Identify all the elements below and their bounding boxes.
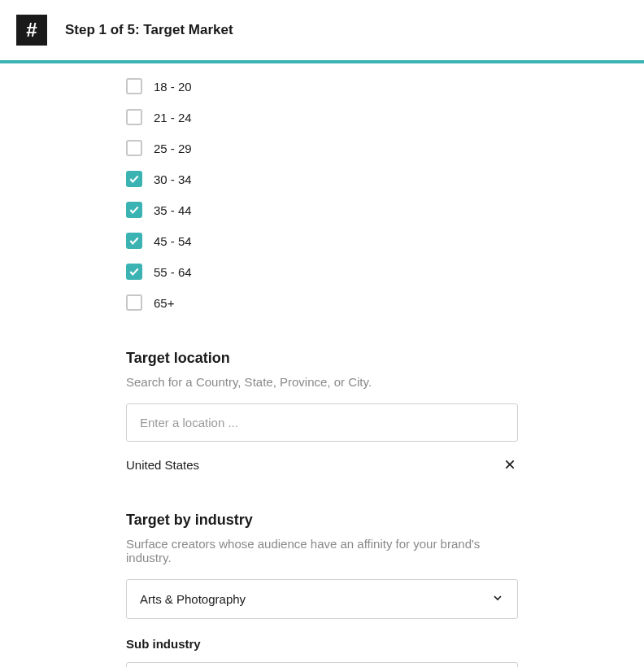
checkbox-label: 30 - 34: [154, 172, 192, 186]
industry-title: Target by industry: [126, 512, 518, 529]
checkbox-box[interactable]: [126, 140, 142, 156]
industry-subtitle: Surface creators whose audience have an …: [126, 537, 518, 565]
sub-industry-select-wrapper: Arts & Crafts, Stationary: [126, 662, 518, 667]
checkbox-label: 25 - 29: [154, 142, 192, 155]
location-section: Target location Search for a Country, St…: [126, 350, 518, 473]
checkbox-box[interactable]: [126, 233, 142, 249]
remove-location-button[interactable]: [502, 456, 518, 473]
location-chip: United States: [126, 456, 518, 473]
location-chip-label: United States: [126, 458, 199, 472]
chevron-down-icon: [491, 591, 504, 607]
checkbox-label: 35 - 44: [154, 203, 192, 217]
age-checkbox-item[interactable]: 55 - 64: [126, 264, 518, 280]
check-icon: [128, 173, 140, 185]
step-title: Step 1 of 5: Target Market: [65, 22, 233, 38]
close-icon: [503, 458, 516, 471]
industry-section: Target by industry Surface creators whos…: [126, 512, 518, 667]
location-title: Target location: [126, 350, 518, 367]
sub-industry-select[interactable]: Arts & Crafts, Stationary: [126, 662, 518, 667]
page-header: # Step 1 of 5: Target Market: [0, 0, 644, 60]
age-range-list: 18 - 2021 - 2425 - 2930 - 3435 - 4445 - …: [126, 78, 518, 311]
checkbox-label: 45 - 54: [154, 234, 192, 248]
checkbox-box[interactable]: [126, 294, 142, 311]
main-content: 18 - 2021 - 2425 - 2930 - 3435 - 4445 - …: [0, 63, 644, 667]
industry-select-wrapper: Arts & Photography: [126, 579, 518, 619]
age-checkbox-item[interactable]: 65+: [126, 294, 518, 311]
checkbox-box[interactable]: [126, 171, 142, 187]
checkbox-label: 18 - 20: [154, 80, 192, 94]
sub-industry-label: Sub industry: [126, 637, 518, 651]
checkbox-box[interactable]: [126, 202, 142, 218]
check-icon: [128, 235, 140, 246]
logo-glyph: #: [26, 19, 37, 41]
location-input[interactable]: [126, 403, 518, 442]
checkbox-label: 55 - 64: [154, 265, 192, 279]
checkbox-label: 65+: [154, 296, 174, 310]
logo: #: [16, 15, 47, 46]
checkbox-box[interactable]: [126, 264, 142, 280]
checkbox-box[interactable]: [126, 109, 142, 125]
age-checkbox-item[interactable]: 30 - 34: [126, 171, 518, 187]
location-subtitle: Search for a Country, State, Province, o…: [126, 375, 518, 389]
checkbox-label: 21 - 24: [154, 111, 192, 124]
industry-select[interactable]: Arts & Photography: [126, 579, 518, 619]
industry-select-value: Arts & Photography: [140, 592, 246, 606]
age-checkbox-item[interactable]: 45 - 54: [126, 233, 518, 249]
age-checkbox-item[interactable]: 21 - 24: [126, 109, 518, 125]
age-checkbox-item[interactable]: 18 - 20: [126, 78, 518, 94]
age-checkbox-item[interactable]: 25 - 29: [126, 140, 518, 156]
check-icon: [128, 204, 140, 216]
check-icon: [128, 266, 140, 277]
checkbox-box[interactable]: [126, 78, 142, 94]
age-checkbox-item[interactable]: 35 - 44: [126, 202, 518, 218]
